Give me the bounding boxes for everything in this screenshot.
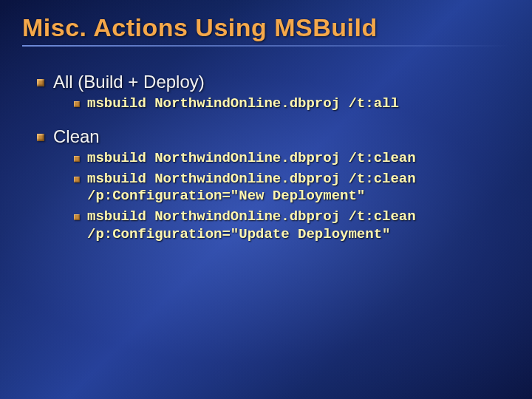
section-all: All (Build + Deploy) msbuild NorthwindOn… <box>37 72 510 122</box>
title-underline <box>22 45 510 47</box>
list-item: msbuild NorthwindOnline.dbproj /t:clean … <box>74 171 510 206</box>
code-line: msbuild NorthwindOnline.dbproj /t:clean <box>87 150 416 166</box>
list-item: msbuild NorthwindOnline.dbproj /t:clean <box>74 150 510 168</box>
sub-list: msbuild NorthwindOnline.dbproj /t:all <box>53 92 510 122</box>
code-line: msbuild NorthwindOnline.dbproj /t:clean … <box>87 208 416 242</box>
code-line: msbuild NorthwindOnline.dbproj /t:clean … <box>87 171 416 205</box>
section-label: All (Build + Deploy) <box>53 72 205 92</box>
list-item: msbuild NorthwindOnline.dbproj /t:clean … <box>74 208 510 244</box>
section-label: Clean <box>53 126 100 146</box>
section-clean: Clean msbuild NorthwindOnline.dbproj /t:… <box>37 126 510 253</box>
slide: Misc. Actions Using MSBuild All (Build +… <box>0 0 532 399</box>
bullet-list: All (Build + Deploy) msbuild NorthwindOn… <box>22 72 510 253</box>
slide-title: Misc. Actions Using MSBuild <box>22 13 510 42</box>
list-item: msbuild NorthwindOnline.dbproj /t:all <box>74 95 510 113</box>
code-line: msbuild NorthwindOnline.dbproj /t:all <box>87 95 399 112</box>
sub-list: msbuild NorthwindOnline.dbproj /t:clean … <box>53 147 510 253</box>
